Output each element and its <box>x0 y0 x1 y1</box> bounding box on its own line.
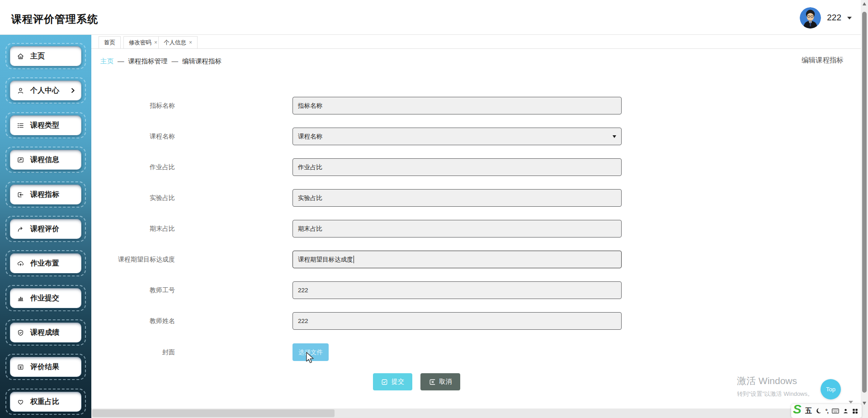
app-title: 课程评价管理系统 <box>11 12 98 26</box>
input-value: 222 <box>298 318 308 324</box>
breadcrumb-level1: 课程指标管理 <box>128 57 168 66</box>
sidebar-item-course-info[interactable]: 课程信息 <box>4 147 87 173</box>
sidebar-item-personal-center[interactable]: 个人中心 <box>4 77 87 104</box>
sidebar-item-course-indicator[interactable]: 课程指标 <box>4 181 87 208</box>
ime-mode-wubi[interactable]: 五 <box>805 407 812 415</box>
breadcrumb: 主页 — 课程指标管理 — 编辑课程指标 编辑课程指标 <box>100 56 844 66</box>
toolbox-grid-icon[interactable] <box>852 408 858 414</box>
input-value: 实验占比 <box>298 194 322 202</box>
bar-chart-icon <box>17 294 24 302</box>
experiment-ratio-input[interactable]: 实验占比 <box>292 189 622 207</box>
sidebar-item-label: 评价结果 <box>30 362 59 372</box>
choose-file-button[interactable]: 选择文件 <box>292 343 329 361</box>
close-icon[interactable]: × <box>189 39 192 46</box>
indicator-name-input[interactable]: 指标名称 <box>292 97 622 114</box>
sidebar-item-label: 课程类型 <box>30 121 59 130</box>
shield-check-icon <box>17 329 24 337</box>
sidebar-item-label: 作业提交 <box>30 294 59 303</box>
sidebar: 主页 个人中心 课程类型 <box>0 35 91 418</box>
tab-personal-info[interactable]: 个人信息 × <box>158 36 198 48</box>
sidebar-item-course-evaluation[interactable]: 课程评价 <box>4 216 87 242</box>
tab-label: 修改密码 <box>129 39 151 47</box>
sidebar-item-label: 权重占比 <box>30 397 59 407</box>
avatar-photo <box>800 7 821 28</box>
user-icon <box>17 87 24 95</box>
input-value: 222 <box>298 287 308 294</box>
final-ratio-input[interactable]: 期末占比 <box>292 220 622 238</box>
box-arrow-icon <box>17 156 24 164</box>
keyboard-icon[interactable] <box>832 408 839 414</box>
breadcrumb-separator: — <box>172 57 179 65</box>
input-value: 作业占比 <box>298 163 322 171</box>
ime-collapse-arrow-icon[interactable] <box>849 401 853 404</box>
expected-achievement-input[interactable]: 课程期望目标达成度 <box>292 251 622 268</box>
teacher-name-input[interactable]: 222 <box>292 312 622 330</box>
sogou-logo-icon[interactable]: S <box>793 403 802 416</box>
form-row: 教师工号 222 <box>91 281 747 299</box>
tab-home[interactable]: 首页 <box>99 36 121 48</box>
sidebar-item-course-score[interactable]: 课程成绩 <box>4 319 87 346</box>
form-row-cover: 封面 选择文件 <box>91 343 747 361</box>
sidebar-item-label: 作业布置 <box>30 259 59 268</box>
field-label: 课程名称 <box>91 128 175 145</box>
sidebar-item-homework-submit[interactable]: 作业提交 <box>4 285 87 311</box>
sidebar-item-homework-assign[interactable]: 作业布置 <box>4 250 87 276</box>
input-value: 指标名称 <box>298 102 322 110</box>
sidebar-item-label: 课程指标 <box>30 190 59 200</box>
input-value: 期末占比 <box>298 225 322 233</box>
sidebar-item-evaluation-result[interactable]: 评价结果 <box>4 354 87 380</box>
ime-toolbar[interactable]: S 五 °, <box>791 404 862 418</box>
person-icon[interactable] <box>843 408 849 414</box>
result-yen-icon <box>17 363 24 371</box>
sidebar-item-label: 课程评价 <box>30 224 59 234</box>
tab-label: 个人信息 <box>164 39 186 47</box>
vertical-scrollbar-thumb[interactable] <box>862 12 867 393</box>
sidebar-item-course-type[interactable]: 课程类型 <box>4 112 87 138</box>
back-to-top-button[interactable]: Top <box>821 379 841 399</box>
sidebar-item-label: 主页 <box>30 52 45 61</box>
field-label: 指标名称 <box>91 97 175 114</box>
cancel-label: 取消 <box>439 378 452 386</box>
teacher-id-input[interactable]: 222 <box>292 281 622 299</box>
avatar[interactable] <box>800 7 821 28</box>
scroll-down-arrow-icon[interactable] <box>863 402 866 405</box>
horizontal-scrollbar-thumb[interactable] <box>92 409 335 417</box>
submit-label: 提交 <box>392 378 404 386</box>
form-row: 期末占比 期末占比 <box>91 220 747 238</box>
screen: 课程评价管理系统 222 <box>0 0 868 418</box>
submit-button[interactable]: 提交 <box>373 373 412 390</box>
user-name: 222 <box>827 13 841 23</box>
tab-change-password[interactable]: 修改密码 × <box>123 36 163 48</box>
field-label: 教师姓名 <box>91 312 175 330</box>
homework-ratio-input[interactable]: 作业占比 <box>292 158 622 176</box>
sidebar-item-home[interactable]: 主页 <box>4 43 87 69</box>
cancel-button[interactable]: 取消 <box>420 373 460 390</box>
user-menu[interactable]: 222 <box>800 6 852 29</box>
form-row: 课程名称 课程名称 <box>91 128 747 145</box>
sidebar-item-label: 课程信息 <box>30 155 59 165</box>
share-arrow-icon <box>17 225 24 233</box>
course-name-select[interactable]: 课程名称 <box>292 128 622 145</box>
heart-icon <box>17 398 24 406</box>
breadcrumb-separator: — <box>118 57 124 65</box>
scroll-up-arrow-icon[interactable] <box>863 2 866 5</box>
breadcrumb-home-link[interactable]: 主页 <box>100 57 113 66</box>
ime-punctuation-mode[interactable]: °, <box>826 408 828 414</box>
select-value: 课程名称 <box>298 133 322 141</box>
moon-icon[interactable] <box>816 408 822 414</box>
field-label: 实验占比 <box>91 189 175 207</box>
horizontal-scrollbar[interactable] <box>91 408 861 418</box>
form-row: 作业占比 作业占比 <box>91 158 747 176</box>
close-icon[interactable]: × <box>154 39 157 46</box>
field-label: 课程期望目标达成度 <box>91 251 175 268</box>
home-icon <box>17 52 24 60</box>
field-label: 作业占比 <box>91 158 175 176</box>
page-title: 编辑课程指标 <box>802 56 844 65</box>
form-row: 教师姓名 222 <box>91 312 747 330</box>
sidebar-item-label: 课程成绩 <box>30 328 59 337</box>
vertical-scrollbar[interactable] <box>861 0 868 418</box>
field-label: 期末占比 <box>91 220 175 238</box>
main-content: 首页 修改密码 × 个人信息 × 主页 — 课程指标管理 — 编辑课程指标 编辑… <box>91 35 861 408</box>
sidebar-item-weight-ratio[interactable]: 权重占比 <box>4 389 87 415</box>
field-label: 教师工号 <box>91 281 175 299</box>
